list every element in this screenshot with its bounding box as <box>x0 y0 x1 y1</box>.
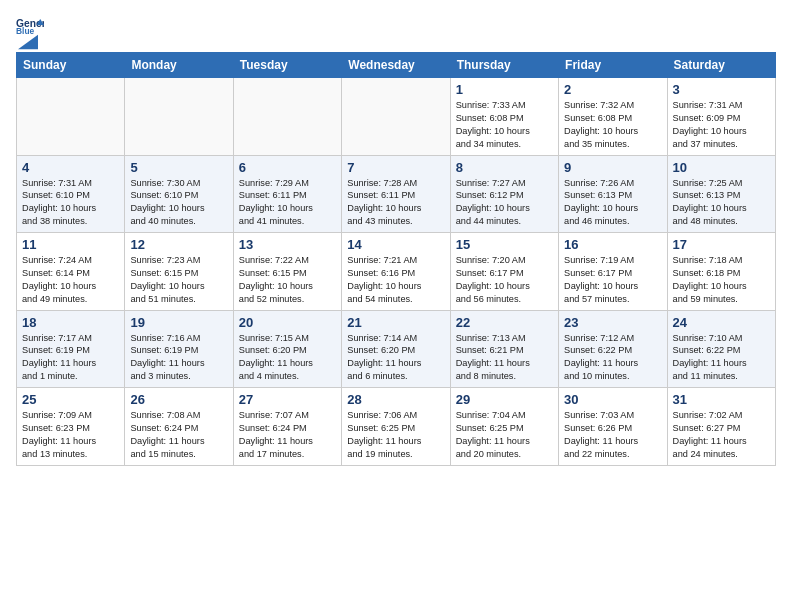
calendar-cell: 18Sunrise: 7:17 AM Sunset: 6:19 PM Dayli… <box>17 310 125 388</box>
page-header: General Blue <box>16 16 776 44</box>
day-info: Sunrise: 7:28 AM Sunset: 6:11 PM Dayligh… <box>347 177 444 229</box>
calendar-cell: 16Sunrise: 7:19 AM Sunset: 6:17 PM Dayli… <box>559 233 667 311</box>
day-number: 4 <box>22 160 119 175</box>
day-number: 20 <box>239 315 336 330</box>
day-info: Sunrise: 7:27 AM Sunset: 6:12 PM Dayligh… <box>456 177 553 229</box>
calendar-cell: 28Sunrise: 7:06 AM Sunset: 6:25 PM Dayli… <box>342 388 450 466</box>
day-number: 9 <box>564 160 661 175</box>
calendar-cell: 17Sunrise: 7:18 AM Sunset: 6:18 PM Dayli… <box>667 233 775 311</box>
day-info: Sunrise: 7:31 AM Sunset: 6:10 PM Dayligh… <box>22 177 119 229</box>
day-number: 15 <box>456 237 553 252</box>
day-number: 22 <box>456 315 553 330</box>
calendar-cell: 24Sunrise: 7:10 AM Sunset: 6:22 PM Dayli… <box>667 310 775 388</box>
day-info: Sunrise: 7:32 AM Sunset: 6:08 PM Dayligh… <box>564 99 661 151</box>
day-header-monday: Monday <box>125 53 233 78</box>
calendar-cell: 8Sunrise: 7:27 AM Sunset: 6:12 PM Daylig… <box>450 155 558 233</box>
day-info: Sunrise: 7:08 AM Sunset: 6:24 PM Dayligh… <box>130 409 227 461</box>
calendar-cell: 20Sunrise: 7:15 AM Sunset: 6:20 PM Dayli… <box>233 310 341 388</box>
calendar-cell <box>342 78 450 156</box>
day-info: Sunrise: 7:13 AM Sunset: 6:21 PM Dayligh… <box>456 332 553 384</box>
day-number: 21 <box>347 315 444 330</box>
day-info: Sunrise: 7:21 AM Sunset: 6:16 PM Dayligh… <box>347 254 444 306</box>
day-header-thursday: Thursday <box>450 53 558 78</box>
logo-triangle <box>18 34 38 50</box>
day-info: Sunrise: 7:07 AM Sunset: 6:24 PM Dayligh… <box>239 409 336 461</box>
calendar-cell: 30Sunrise: 7:03 AM Sunset: 6:26 PM Dayli… <box>559 388 667 466</box>
day-info: Sunrise: 7:18 AM Sunset: 6:18 PM Dayligh… <box>673 254 770 306</box>
day-info: Sunrise: 7:16 AM Sunset: 6:19 PM Dayligh… <box>130 332 227 384</box>
day-number: 27 <box>239 392 336 407</box>
day-number: 7 <box>347 160 444 175</box>
day-info: Sunrise: 7:22 AM Sunset: 6:15 PM Dayligh… <box>239 254 336 306</box>
day-header-friday: Friday <box>559 53 667 78</box>
day-info: Sunrise: 7:17 AM Sunset: 6:19 PM Dayligh… <box>22 332 119 384</box>
calendar-cell: 11Sunrise: 7:24 AM Sunset: 6:14 PM Dayli… <box>17 233 125 311</box>
day-number: 29 <box>456 392 553 407</box>
day-number: 12 <box>130 237 227 252</box>
calendar-cell: 10Sunrise: 7:25 AM Sunset: 6:13 PM Dayli… <box>667 155 775 233</box>
calendar-cell: 22Sunrise: 7:13 AM Sunset: 6:21 PM Dayli… <box>450 310 558 388</box>
day-info: Sunrise: 7:26 AM Sunset: 6:13 PM Dayligh… <box>564 177 661 229</box>
calendar-cell: 29Sunrise: 7:04 AM Sunset: 6:25 PM Dayli… <box>450 388 558 466</box>
day-info: Sunrise: 7:23 AM Sunset: 6:15 PM Dayligh… <box>130 254 227 306</box>
calendar-cell: 15Sunrise: 7:20 AM Sunset: 6:17 PM Dayli… <box>450 233 558 311</box>
day-number: 25 <box>22 392 119 407</box>
day-number: 31 <box>673 392 770 407</box>
calendar-cell: 23Sunrise: 7:12 AM Sunset: 6:22 PM Dayli… <box>559 310 667 388</box>
day-number: 24 <box>673 315 770 330</box>
day-number: 30 <box>564 392 661 407</box>
calendar-cell: 3Sunrise: 7:31 AM Sunset: 6:09 PM Daylig… <box>667 78 775 156</box>
day-info: Sunrise: 7:30 AM Sunset: 6:10 PM Dayligh… <box>130 177 227 229</box>
day-info: Sunrise: 7:31 AM Sunset: 6:09 PM Dayligh… <box>673 99 770 151</box>
day-number: 5 <box>130 160 227 175</box>
calendar-cell: 27Sunrise: 7:07 AM Sunset: 6:24 PM Dayli… <box>233 388 341 466</box>
day-header-tuesday: Tuesday <box>233 53 341 78</box>
day-info: Sunrise: 7:15 AM Sunset: 6:20 PM Dayligh… <box>239 332 336 384</box>
day-info: Sunrise: 7:20 AM Sunset: 6:17 PM Dayligh… <box>456 254 553 306</box>
day-info: Sunrise: 7:14 AM Sunset: 6:20 PM Dayligh… <box>347 332 444 384</box>
calendar-cell: 14Sunrise: 7:21 AM Sunset: 6:16 PM Dayli… <box>342 233 450 311</box>
calendar-cell <box>233 78 341 156</box>
day-info: Sunrise: 7:02 AM Sunset: 6:27 PM Dayligh… <box>673 409 770 461</box>
logo: General Blue <box>16 16 44 44</box>
calendar-cell: 1Sunrise: 7:33 AM Sunset: 6:08 PM Daylig… <box>450 78 558 156</box>
calendar-table: SundayMondayTuesdayWednesdayThursdayFrid… <box>16 52 776 466</box>
day-info: Sunrise: 7:25 AM Sunset: 6:13 PM Dayligh… <box>673 177 770 229</box>
day-info: Sunrise: 7:06 AM Sunset: 6:25 PM Dayligh… <box>347 409 444 461</box>
day-number: 10 <box>673 160 770 175</box>
day-number: 13 <box>239 237 336 252</box>
svg-marker-3 <box>18 35 38 50</box>
day-info: Sunrise: 7:09 AM Sunset: 6:23 PM Dayligh… <box>22 409 119 461</box>
day-number: 14 <box>347 237 444 252</box>
day-number: 28 <box>347 392 444 407</box>
day-header-saturday: Saturday <box>667 53 775 78</box>
day-number: 23 <box>564 315 661 330</box>
day-number: 11 <box>22 237 119 252</box>
day-number: 19 <box>130 315 227 330</box>
calendar-cell: 26Sunrise: 7:08 AM Sunset: 6:24 PM Dayli… <box>125 388 233 466</box>
calendar-cell: 9Sunrise: 7:26 AM Sunset: 6:13 PM Daylig… <box>559 155 667 233</box>
calendar-cell: 21Sunrise: 7:14 AM Sunset: 6:20 PM Dayli… <box>342 310 450 388</box>
day-number: 2 <box>564 82 661 97</box>
day-info: Sunrise: 7:12 AM Sunset: 6:22 PM Dayligh… <box>564 332 661 384</box>
day-number: 6 <box>239 160 336 175</box>
day-number: 26 <box>130 392 227 407</box>
day-info: Sunrise: 7:03 AM Sunset: 6:26 PM Dayligh… <box>564 409 661 461</box>
calendar-cell: 25Sunrise: 7:09 AM Sunset: 6:23 PM Dayli… <box>17 388 125 466</box>
calendar-cell: 6Sunrise: 7:29 AM Sunset: 6:11 PM Daylig… <box>233 155 341 233</box>
calendar-cell <box>17 78 125 156</box>
day-info: Sunrise: 7:19 AM Sunset: 6:17 PM Dayligh… <box>564 254 661 306</box>
day-number: 16 <box>564 237 661 252</box>
day-info: Sunrise: 7:04 AM Sunset: 6:25 PM Dayligh… <box>456 409 553 461</box>
day-number: 18 <box>22 315 119 330</box>
logo-icon: General Blue <box>16 16 44 36</box>
day-info: Sunrise: 7:29 AM Sunset: 6:11 PM Dayligh… <box>239 177 336 229</box>
calendar-cell: 2Sunrise: 7:32 AM Sunset: 6:08 PM Daylig… <box>559 78 667 156</box>
calendar-cell: 12Sunrise: 7:23 AM Sunset: 6:15 PM Dayli… <box>125 233 233 311</box>
day-number: 17 <box>673 237 770 252</box>
calendar-cell: 19Sunrise: 7:16 AM Sunset: 6:19 PM Dayli… <box>125 310 233 388</box>
calendar-cell: 4Sunrise: 7:31 AM Sunset: 6:10 PM Daylig… <box>17 155 125 233</box>
day-header-wednesday: Wednesday <box>342 53 450 78</box>
calendar-cell: 31Sunrise: 7:02 AM Sunset: 6:27 PM Dayli… <box>667 388 775 466</box>
day-info: Sunrise: 7:24 AM Sunset: 6:14 PM Dayligh… <box>22 254 119 306</box>
